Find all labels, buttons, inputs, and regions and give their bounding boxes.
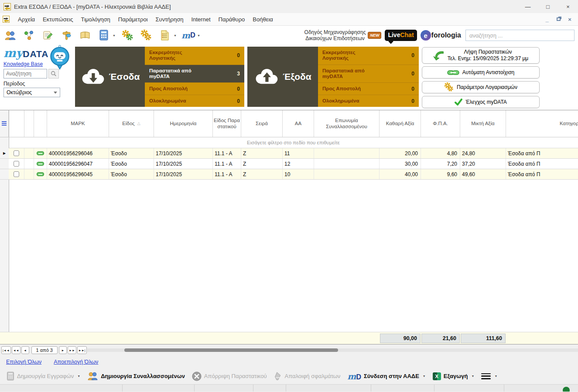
period-select[interactable]: Οκτώβριος: [3, 88, 60, 97]
create-counterparties-button[interactable]: Δημιουργία Συναλλασσομένων: [85, 372, 187, 381]
knowledge-base-link[interactable]: Knowledge Base: [3, 61, 43, 67]
checkmark-icon: [455, 99, 462, 106]
checkbox-column-header[interactable]: [9, 110, 24, 137]
matched-link-icon[interactable]: [37, 172, 44, 176]
mdi-restore-icon[interactable]: [553, 15, 564, 24]
matched-link-icon[interactable]: [37, 162, 44, 166]
period-label: Περίοδος: [3, 81, 72, 87]
totals-row: 90,00 21,60 111,60: [0, 332, 578, 344]
document-list-icon[interactable]: [158, 29, 171, 42]
account-parameters-button[interactable]: Παράμετροι Λογαριασμών: [422, 81, 540, 93]
income-completed-row[interactable]: Ολοκληρωμένα 0: [145, 95, 244, 107]
maximize-icon[interactable]: □: [538, 0, 558, 13]
row-checkbox[interactable]: [14, 150, 19, 156]
check-mydata-button[interactable]: Έλεγχος myDATA: [422, 96, 540, 108]
income-panel: Έσοδα Εκκρεμότητες Λογιστικής 0 Παραστατ…: [75, 47, 244, 107]
grid-pager: |◄◄ ◄◄ ◄ 1 από 3 ► ►► ►►|: [0, 344, 578, 356]
gears-yellow-icon[interactable]: [140, 29, 153, 42]
menu-item-archive[interactable]: Αρχεία: [14, 14, 39, 24]
filter-funnel-icon[interactable]: [0, 137, 9, 148]
header-counterparty[interactable]: Επωνυμία Συναλλασσομένου: [314, 110, 380, 137]
document-dropdown-icon[interactable]: ▼: [174, 34, 177, 37]
header-date[interactable]: Ημερομηνία: [154, 110, 213, 137]
table-row[interactable]: 400001956296045 Έσοδο 17/10/2025 11.1 - …: [0, 169, 578, 180]
previous-page-icon[interactable]: ◄: [21, 346, 29, 354]
export-button[interactable]: X Εξαγωγή ▼: [431, 372, 477, 380]
header-type[interactable]: Είδος△: [109, 110, 154, 137]
minimize-icon[interactable]: —: [518, 0, 538, 13]
mydata-dropdown-icon[interactable]: ▼: [197, 34, 200, 37]
chevron-down-icon: [54, 92, 57, 94]
expenses-completed-row[interactable]: Ολοκληρωμένα 0: [318, 95, 419, 107]
signpost-icon[interactable]: [60, 29, 73, 42]
livechat-button[interactable]: LiveChat: [385, 30, 417, 41]
first-page-icon[interactable]: |◄◄: [1, 346, 11, 354]
matched-link-icon[interactable]: [37, 151, 44, 155]
grid-filter-row[interactable]: Εισάγετε φίλτρο στο πεδίο που επιθυμείτε: [0, 137, 578, 148]
expenses-docs-from-mydata-row[interactable]: Παραστατικά από myDATA 0: [318, 65, 419, 83]
gears-green-icon[interactable]: [121, 29, 134, 42]
header-vat[interactable]: Φ.Π.Α.: [421, 110, 460, 137]
fetch-documents-button[interactable]: Λήψη Παραστατικών Τελ. Ενημ: 15/09/2025 …: [422, 47, 540, 64]
income-to-send-row[interactable]: Προς Αποστολή 0: [145, 82, 244, 95]
window-title: Extra ΕΣΟΔΑ / ΕΞΟΔΑ - [myDATA - Ηλεκτρον…: [14, 3, 518, 10]
eforologia-logo[interactable]: e forologia: [421, 30, 461, 41]
header-mark[interactable]: ΜΑΡΚ: [47, 110, 109, 137]
mdi-minimize-icon[interactable]: _: [541, 15, 553, 24]
dropdown-icon[interactable]: ▼: [494, 375, 497, 378]
global-search-input[interactable]: [465, 30, 575, 41]
menu-item-maintenance[interactable]: Συντήρηση: [152, 14, 188, 24]
fast-next-icon[interactable]: ►►: [68, 346, 76, 354]
kb-search-input[interactable]: [3, 69, 47, 78]
select-all-link[interactable]: Επιλογή Όλων: [6, 359, 41, 365]
header-net[interactable]: Καθαρή Αξία: [380, 110, 421, 137]
menu-item-prints[interactable]: Εκτυπώσεις: [39, 14, 77, 24]
scrollbar-thumb[interactable]: [124, 348, 338, 352]
expenses-to-send-row[interactable]: Προς Αποστολή 0: [318, 82, 419, 95]
close-icon[interactable]: ×: [558, 0, 578, 13]
auto-match-button[interactable]: Αυτόματη Αντιστοίχιση: [422, 66, 540, 78]
menu-item-parameters[interactable]: Παράμετροι: [114, 14, 152, 24]
row-checkbox[interactable]: [14, 171, 19, 177]
row-selector-header[interactable]: [0, 110, 9, 137]
table-row[interactable]: 400001956296047 Έσοδο 17/10/2025 11.1 - …: [0, 159, 578, 169]
dropdown-icon[interactable]: ▼: [471, 375, 474, 378]
list-icon: [2, 121, 7, 126]
fast-back-icon[interactable]: ◄◄: [12, 346, 21, 354]
dropdown-icon[interactable]: ▼: [423, 375, 426, 378]
header-aa[interactable]: ΑΑ: [283, 110, 314, 137]
income-pending-accounting-row[interactable]: Εκκρεμότητες Λογιστικής 0: [145, 47, 244, 65]
calculator-dropdown-icon[interactable]: ▼: [113, 34, 116, 37]
mydata-icon[interactable]: mD: [182, 29, 195, 42]
calculator-icon[interactable]: [97, 29, 110, 42]
table-row[interactable]: ▶ 400001956296046 Έσοδο 17/10/2025 11.1 …: [0, 148, 578, 159]
next-page-icon[interactable]: ►: [59, 346, 67, 354]
horizontal-scrollbar[interactable]: [87, 348, 578, 352]
income-docs-from-mydata-row[interactable]: Παραστατικά από myDATA 3: [145, 65, 244, 83]
menu-item-internet[interactable]: Internet: [187, 14, 214, 24]
header-gross[interactable]: Μικτή Αξία: [460, 110, 506, 137]
mdi-close-icon[interactable]: ×: [564, 15, 575, 24]
deselect-all-link[interactable]: Αποεπιλογή Όλων: [54, 359, 98, 365]
customers-icon[interactable]: [3, 29, 17, 42]
row-checkbox[interactable]: [14, 161, 19, 167]
share-network-icon[interactable]: [22, 29, 35, 42]
connect-aade-button[interactable]: mD Σύνδεση στην ΑΑΔΕ ▼: [345, 372, 428, 381]
last-page-icon[interactable]: ►►|: [77, 346, 87, 354]
header-doc-type[interactable]: Είδος Παραστατικού: [213, 110, 241, 137]
mydata-icon: mD: [347, 372, 361, 381]
subsidy-guide-label[interactable]: Οδηγός Μηχανογράφησης Δικαιούχων Επιδοτή…: [304, 29, 366, 42]
book-icon[interactable]: [79, 29, 92, 42]
current-row-marker-icon: ▶: [3, 151, 6, 155]
header-category[interactable]: Κατηγορία: [506, 110, 578, 137]
menu-item-window[interactable]: Παράθυρο: [215, 14, 249, 24]
create-entries-button: Δημιουργία Εγγραφών ▼: [4, 372, 82, 381]
expenses-pending-accounting-row[interactable]: Εκκρεμότητες Λογιστικής 0: [318, 47, 419, 65]
chatbot-mascot-icon[interactable]: [49, 45, 71, 72]
menu-item-invoicing[interactable]: Τιμολόγηση: [77, 14, 114, 24]
header-series[interactable]: Σειρά: [241, 110, 283, 137]
edit-note-icon[interactable]: [41, 29, 54, 42]
selection-links: Επιλογή Όλων Αποεπιλογή Όλων: [0, 356, 578, 368]
menu-item-help[interactable]: Βοήθεια: [249, 14, 277, 24]
more-options-button[interactable]: ▼: [479, 373, 499, 379]
